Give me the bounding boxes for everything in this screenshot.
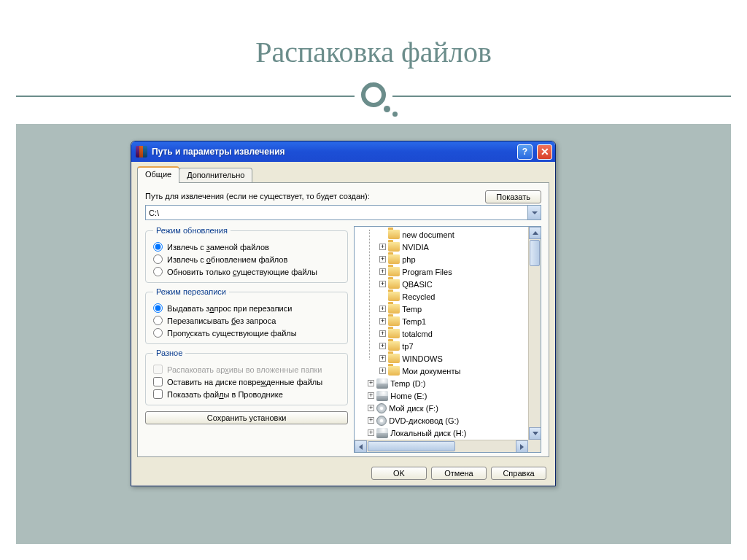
- vscroll-thumb[interactable]: [530, 240, 540, 266]
- tree-node-label: Recycled: [402, 292, 435, 301]
- tree-node-label: DVD-дисковод (G:): [389, 416, 459, 425]
- hard-drive-icon: [376, 428, 388, 438]
- folder-icon: [388, 304, 400, 314]
- tree-node[interactable]: +Мой диск (F:): [356, 402, 528, 414]
- misc-chk-keep-broken-label[interactable]: Оставить на диске поврежденные файлы: [167, 378, 322, 386]
- tree-expander-icon[interactable]: +: [368, 392, 374, 399]
- update-opt-existing[interactable]: [153, 267, 163, 276]
- tree-node-label: WINDOWS: [402, 354, 443, 363]
- tree-node-label: Мой диск (F:): [389, 404, 438, 413]
- update-opt-update-label[interactable]: Извлечь с обновлением файлов: [167, 255, 287, 264]
- ok-button[interactable]: OK: [371, 467, 427, 480]
- tree-node[interactable]: Recycled: [356, 290, 528, 303]
- vertical-scrollbar[interactable]: [528, 227, 541, 440]
- hscroll-thumb[interactable]: [368, 441, 455, 451]
- misc-chk-keep-broken[interactable]: [153, 377, 163, 386]
- overwrite-opt-skip[interactable]: [153, 328, 163, 338]
- tree-node-label: Temp: [402, 305, 422, 314]
- scroll-right-button[interactable]: [516, 440, 528, 453]
- tree-expander-icon[interactable]: +: [379, 244, 386, 250]
- dialog-buttons: OK Отмена Справка: [371, 467, 546, 480]
- tree-node[interactable]: +DVD-дисковод (G:): [356, 414, 528, 427]
- help-button[interactable]: Справка: [491, 467, 546, 480]
- folder-icon: [388, 279, 400, 289]
- misc-chk-show-explorer[interactable]: [153, 389, 163, 399]
- tree-expander-icon[interactable]: +: [379, 306, 386, 312]
- update-opt-existing-label[interactable]: Обновить только существующие файлы: [167, 268, 317, 276]
- folder-icon: [388, 292, 400, 301]
- overwrite-opt-silent-label[interactable]: Перезаписывать без запроса: [167, 316, 276, 325]
- update-opt-replace[interactable]: [153, 242, 163, 252]
- tree-node-label: QBASIC: [402, 280, 433, 289]
- folder-icon: [388, 366, 400, 376]
- tab-advanced[interactable]: Дополнительно: [179, 168, 252, 182]
- tree-node[interactable]: +QBASIC: [356, 278, 528, 290]
- tree-expander-icon[interactable]: +: [379, 281, 386, 287]
- scroll-up-button[interactable]: [529, 227, 541, 239]
- tree-node[interactable]: +Temp (D:): [356, 377, 528, 389]
- tree-expander-icon[interactable]: +: [379, 268, 386, 275]
- tree-node[interactable]: +Temp: [356, 303, 528, 315]
- folder-tree[interactable]: new document+NVIDIA+php+Program Files+QB…: [355, 227, 528, 440]
- folder-icon: [388, 316, 400, 326]
- tree-node-label: totalcmd: [402, 330, 433, 338]
- hard-drive-icon: [376, 378, 388, 389]
- tree-node[interactable]: +Мои документы: [356, 365, 528, 377]
- overwrite-opt-skip-label[interactable]: Пропускать существующие файлы: [167, 329, 297, 338]
- tab-panel-general: Путь для извлечения (если не существует,…: [137, 182, 549, 457]
- scroll-left-button[interactable]: [355, 440, 367, 453]
- overwrite-opt-silent[interactable]: [153, 316, 163, 325]
- tree-expander-icon[interactable]: +: [379, 355, 386, 362]
- tree-expander-icon[interactable]: +: [368, 429, 374, 436]
- tree-node-label: Temp (D:): [390, 379, 425, 388]
- tree-node[interactable]: +Temp1: [356, 315, 528, 327]
- cd-drive-icon: [376, 416, 387, 426]
- tree-node[interactable]: +tp7: [356, 340, 528, 352]
- scroll-down-button[interactable]: [529, 427, 541, 440]
- cd-drive-icon: [376, 403, 387, 413]
- cancel-button[interactable]: Отмена: [431, 467, 487, 480]
- window-title: Путь и параметры извлечения: [152, 147, 513, 157]
- tree-expander-icon[interactable]: +: [368, 405, 374, 411]
- overwrite-mode-legend: Режим перезаписи: [153, 287, 229, 296]
- tree-expander-icon[interactable]: +: [368, 417, 374, 424]
- tree-expander-icon[interactable]: +: [379, 343, 386, 349]
- titlebar-close-button[interactable]: ✕: [537, 144, 552, 160]
- save-settings-button[interactable]: Сохранить установки: [145, 411, 348, 424]
- tree-node-label: NVIDIA: [402, 243, 429, 252]
- horizontal-scrollbar[interactable]: [355, 440, 528, 452]
- tree-expander-icon: [379, 293, 386, 300]
- tree-expander-icon[interactable]: +: [368, 380, 374, 386]
- overwrite-opt-ask-label[interactable]: Выдавать запрос при перезаписи: [167, 304, 292, 313]
- tree-node[interactable]: +WINDOWS: [356, 352, 528, 365]
- tree-node[interactable]: +NVIDIA: [356, 241, 528, 253]
- tree-node[interactable]: +php: [356, 253, 528, 265]
- overwrite-opt-ask[interactable]: [153, 303, 163, 313]
- show-button[interactable]: Показать: [485, 190, 541, 203]
- tree-node[interactable]: +totalcmd: [356, 327, 528, 340]
- update-opt-replace-label[interactable]: Извлечь с заменой файлов: [167, 243, 269, 252]
- tree-expander-icon[interactable]: +: [379, 330, 386, 337]
- title-bar[interactable]: Путь и параметры извлечения ? ✕: [131, 141, 555, 162]
- tab-general[interactable]: Общие: [137, 166, 179, 183]
- path-dropdown-button[interactable]: [527, 206, 541, 219]
- tree-node[interactable]: +Локальный диск (H:): [356, 427, 528, 439]
- tree-expander-icon[interactable]: +: [379, 256, 386, 262]
- tree-node-label: Temp1: [402, 317, 426, 326]
- overwrite-mode-group: Режим перезаписи Выдавать запрос при пер…: [145, 287, 348, 344]
- path-input[interactable]: [146, 206, 527, 219]
- tree-node[interactable]: +Home (E:): [356, 389, 528, 402]
- tree-expander-icon[interactable]: +: [379, 368, 386, 374]
- update-opt-update[interactable]: [153, 254, 163, 264]
- path-combo[interactable]: [145, 205, 541, 220]
- tree-node-label: Мои документы: [402, 367, 460, 376]
- options-column: Режим обновления Извлечь с заменой файло…: [145, 226, 348, 453]
- folder-icon: [388, 230, 400, 239]
- tree-expander-icon[interactable]: +: [379, 318, 386, 324]
- folder-icon: [388, 267, 400, 276]
- winrar-icon: [136, 146, 147, 158]
- tree-node[interactable]: +Program Files: [356, 265, 528, 278]
- titlebar-help-button[interactable]: ?: [517, 144, 533, 160]
- misc-chk-show-explorer-label[interactable]: Показать файлы в Проводнике: [167, 390, 283, 399]
- tree-node[interactable]: new document: [356, 228, 528, 241]
